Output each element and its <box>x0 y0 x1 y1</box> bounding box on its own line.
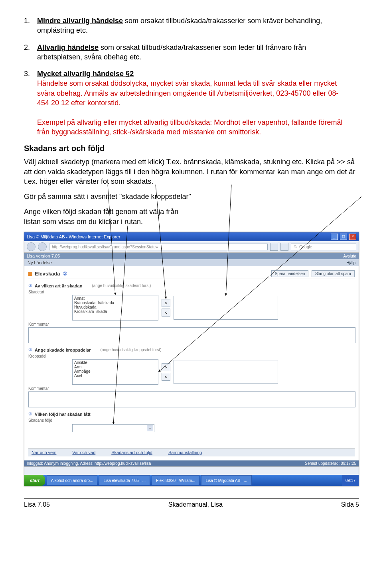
tab-var-och-vad[interactable]: Var och vad <box>72 450 95 455</box>
question-2: Ange skadade kroppsdelar <box>35 348 91 352</box>
step-tabs: När och vem Var och vad Skadans art och … <box>28 448 355 456</box>
app-subheader: Ny händelse Hjälp <box>24 259 359 266</box>
ie-title-bar: Lisa © Miljödata AB - Windows Internet E… <box>24 232 359 241</box>
kommentar-label: Kommentar <box>28 322 355 326</box>
remove-button[interactable]: < <box>162 309 170 317</box>
add-button[interactable]: > <box>162 363 170 371</box>
kommentar-field-1[interactable] <box>28 327 355 343</box>
section-bullet-icon <box>28 272 32 276</box>
close-without-saving-button[interactable]: Stäng utan att spara <box>312 270 355 277</box>
paragraph-3: Ange vilken följd skadan fått genom att … <box>24 207 192 226</box>
selected-kroppsdel-box[interactable] <box>174 360 278 384</box>
section-heading: Skadans art och följd <box>24 144 359 153</box>
question-3: Vilken följd har skadan fått <box>35 412 91 417</box>
app-version: Lisa version 7.05 <box>27 254 60 258</box>
taskbar-item[interactable]: Lisa © Miljödata AB - ... <box>201 475 251 486</box>
footer-center: Skademanual, Lisa <box>168 501 223 508</box>
list-item[interactable]: Axel <box>73 374 157 378</box>
url-field[interactable]: http://webprog.hudiksvall.se/lisa/Grund.… <box>49 244 268 250</box>
kroppsdel-label: Kroppsdel <box>28 354 355 358</box>
dropdown-arrow-icon: ▾ <box>147 425 153 431</box>
help-icon[interactable]: ② <box>28 347 32 352</box>
window-minimize-button[interactable]: _ <box>331 234 338 240</box>
ie-address-bar: http://webprog.hudiksvall.se/lisa/Grund.… <box>24 241 359 253</box>
svg-line-1 <box>296 247 297 248</box>
clock: 09:17 <box>345 478 355 483</box>
item1-title: Mindre allvarlig händelse <box>37 17 123 25</box>
list-item[interactable]: Arm <box>73 365 157 369</box>
kroppsdel-listbox[interactable]: AnsikteArmArmbågeAxel <box>72 359 158 385</box>
footer-left: Lisa 7.05 <box>24 501 50 508</box>
active-tab-label: Ny händelse <box>28 260 52 265</box>
refresh-button[interactable] <box>270 243 278 251</box>
ie-window-title: Lisa © Miljödata AB - Windows Internet E… <box>27 234 120 239</box>
form-area: Elevskada ② Spara händelsen Stäng utan a… <box>24 266 359 460</box>
item3-red1: Händelse som orsakat dödsolycka, mycket … <box>37 79 338 107</box>
forward-button[interactable] <box>38 242 47 251</box>
foljd-label: Skadans följd <box>28 418 355 423</box>
list-item[interactable]: Ansikte <box>73 360 157 365</box>
logout-link[interactable]: Avsluta <box>343 254 356 258</box>
tab-nar-och-vem[interactable]: När och vem <box>32 450 56 455</box>
numbered-list: 1. Mindre allvarlig händelse som orsakat… <box>24 16 359 137</box>
help-icon[interactable]: ② <box>28 283 32 288</box>
kommentar-label: Kommentar <box>28 386 355 391</box>
status-right: Senast uppdaterad: 09:17:25 <box>305 461 356 466</box>
save-button[interactable]: Spara händelsen <box>271 270 309 277</box>
list-item[interactable]: Armbåge <box>73 369 157 374</box>
kommentar-field-2[interactable] <box>28 391 355 407</box>
question-1: Av vilken art är skadan <box>35 283 82 288</box>
back-button[interactable] <box>27 242 36 251</box>
browser-search-field[interactable]: Google <box>291 244 356 250</box>
item3-title: Mycket allvarlig händelse §2 <box>37 70 134 78</box>
footer-right: Sida 5 <box>341 501 359 508</box>
skadeart-label: Skadeart <box>28 290 355 294</box>
selected-skadeart-box[interactable] <box>174 296 278 320</box>
remove-button[interactable]: < <box>162 373 170 381</box>
taskbar-item[interactable]: Lisa elevskada 7.05 - ... <box>99 475 150 486</box>
status-left: Inloggad: Anonym inloggning. Adress: htt… <box>27 461 151 466</box>
list-number-2: 2. <box>24 43 35 52</box>
list-item[interactable]: Brännskada, frätskada <box>73 301 157 305</box>
window-close-button[interactable]: × <box>349 234 356 240</box>
paragraph-1: Välj aktuell skadetyp (markera med ett k… <box>24 157 359 186</box>
windows-taskbar: start Alkohol och andra dro... Lisa elev… <box>24 475 359 486</box>
taskbar-item[interactable]: Alkohol och andra dro... <box>47 475 98 486</box>
start-button[interactable]: start <box>24 475 45 486</box>
taskbar-item[interactable]: Flexi 80/20 - William... <box>152 475 199 486</box>
system-tray: 09:17 <box>342 475 359 486</box>
question-2-hint: (ange huvudsaklig kroppsdel först) <box>101 348 162 352</box>
ie-status-bar <box>24 466 359 475</box>
svg-point-0 <box>294 245 296 247</box>
screenshot-frame: Lisa © Miljödata AB - Windows Internet E… <box>24 232 359 486</box>
help-icon[interactable]: ② <box>63 271 67 277</box>
skadeart-listbox[interactable]: AnnatBrännskada, frätskadaHuvudskadaKros… <box>72 295 158 321</box>
form-title: Elevskada <box>35 271 60 277</box>
window-maximize-button[interactable]: □ <box>340 234 347 240</box>
item2-title: Allvarlig händelse <box>37 43 99 51</box>
question-1-hint: (ange huvudsaklig skadeart först) <box>92 283 151 288</box>
footer-rule <box>24 498 359 499</box>
tab-sammanstallning[interactable]: Sammanställning <box>168 450 202 455</box>
add-button[interactable]: > <box>162 299 170 307</box>
tab-skadans-art[interactable]: Skadans art och följd <box>111 450 152 455</box>
list-item[interactable]: Annat <box>73 296 157 301</box>
paragraph-2: Gör på samma sätt i avsnittet "skadade k… <box>24 192 359 201</box>
foljd-dropdown[interactable]: ▾ <box>72 424 154 432</box>
page-footer: Lisa 7.05 Skademanual, Lisa Sida 5 <box>24 501 359 516</box>
stop-button[interactable] <box>280 243 288 251</box>
item3-red2: Exempel på allvarlig eller mycket allvar… <box>37 118 342 136</box>
app-status-bar: Inloggad: Anonym inloggning. Adress: htt… <box>24 460 359 466</box>
app-header: Lisa version 7.05 Avsluta <box>24 253 359 259</box>
help-link[interactable]: Hjälp <box>346 261 355 265</box>
list-item[interactable]: Huvudskada <box>73 305 157 309</box>
list-item[interactable]: Kross/kläm- skada <box>73 309 157 314</box>
list-number-3: 3. <box>24 69 35 79</box>
list-number-1: 1. <box>24 16 35 26</box>
help-icon[interactable]: ② <box>28 411 32 417</box>
